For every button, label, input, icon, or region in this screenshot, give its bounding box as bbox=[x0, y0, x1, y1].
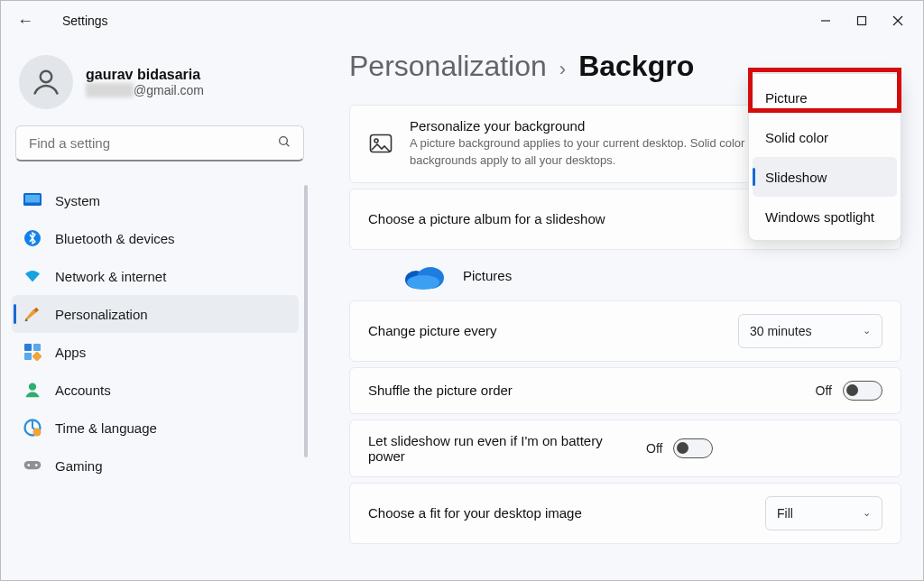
row-title: Shuffle the picture order bbox=[368, 383, 799, 398]
sidebar-item-label: Personalization bbox=[55, 307, 148, 322]
svg-point-5 bbox=[280, 137, 288, 145]
image-icon bbox=[368, 131, 393, 156]
row-title: Let slideshow run even if I'm on battery… bbox=[368, 433, 630, 464]
sidebar-item-gaming[interactable]: Gaming bbox=[12, 447, 299, 484]
sidebar-item-label: Accounts bbox=[55, 383, 111, 398]
sidebar-item-label: Gaming bbox=[55, 458, 103, 474]
dropdown-item-picture[interactable]: Picture bbox=[749, 78, 901, 117]
chevron-right-icon: › bbox=[559, 58, 566, 81]
profile-block[interactable]: gaurav bidasaria xxxxxxx@gmail.com bbox=[12, 51, 308, 125]
svg-point-25 bbox=[407, 275, 439, 290]
time-language-icon bbox=[23, 418, 42, 438]
svg-point-22 bbox=[374, 139, 378, 143]
svg-point-4 bbox=[41, 71, 52, 83]
breadcrumb-parent[interactable]: Personalization bbox=[349, 50, 547, 83]
breadcrumb-current: Backgro bbox=[578, 50, 694, 83]
avatar bbox=[19, 55, 73, 109]
svg-rect-13 bbox=[24, 353, 32, 360]
personalization-icon bbox=[23, 304, 42, 324]
sidebar-item-apps[interactable]: Apps bbox=[12, 333, 299, 371]
svg-rect-1 bbox=[858, 17, 866, 25]
svg-point-19 bbox=[27, 464, 30, 466]
search-icon bbox=[277, 134, 291, 152]
accounts-icon bbox=[23, 380, 42, 400]
sidebar-item-personalization[interactable]: Personalization bbox=[12, 295, 299, 333]
row-title: Choose a picture album for a slideshow bbox=[368, 211, 749, 226]
sidebar-item-label: Apps bbox=[55, 345, 86, 360]
svg-rect-12 bbox=[33, 344, 41, 351]
sidebar-item-time-language[interactable]: Time & language bbox=[12, 409, 299, 447]
album-name: Pictures bbox=[463, 268, 512, 283]
fit-select[interactable]: Fill ⌄ bbox=[765, 496, 882, 530]
onedrive-icon bbox=[403, 263, 445, 290]
shuffle-toggle[interactable] bbox=[843, 381, 882, 401]
dropdown-item-solid-color[interactable]: Solid color bbox=[749, 117, 901, 157]
sidebar-item-network[interactable]: Network & internet bbox=[12, 257, 299, 295]
fit-row: Choose a fit for your desktop image Fill… bbox=[349, 483, 901, 544]
profile-name: gaurav bidasaria bbox=[86, 67, 204, 83]
sidebar-item-system[interactable]: System bbox=[12, 181, 299, 219]
album-folder[interactable]: Pictures bbox=[349, 255, 901, 300]
chevron-down-icon: ⌄ bbox=[863, 325, 871, 337]
window-title: Settings bbox=[62, 14, 108, 28]
battery-row: Let slideshow run even if I'm on battery… bbox=[349, 420, 901, 477]
svg-line-6 bbox=[286, 143, 289, 146]
change-every-row: Change picture every 30 minutes ⌄ bbox=[349, 300, 901, 362]
row-title: Change picture every bbox=[368, 323, 722, 338]
dropdown-item-windows-spotlight[interactable]: Windows spotlight bbox=[749, 197, 901, 236]
row-title: Choose a fit for your desktop image bbox=[368, 505, 749, 521]
bluetooth-icon bbox=[23, 228, 42, 248]
search-field[interactable] bbox=[15, 125, 304, 161]
svg-point-15 bbox=[29, 383, 36, 391]
profile-email: xxxxxxx@gmail.com bbox=[86, 83, 204, 97]
svg-point-17 bbox=[33, 429, 42, 437]
svg-rect-11 bbox=[24, 344, 32, 351]
sidebar-item-label: Network & internet bbox=[55, 269, 166, 284]
battery-toggle[interactable] bbox=[673, 438, 713, 458]
close-button[interactable] bbox=[880, 6, 916, 35]
system-icon bbox=[23, 190, 42, 210]
sidebar-scrollbar[interactable] bbox=[304, 185, 308, 457]
svg-rect-14 bbox=[32, 351, 42, 361]
sidebar-item-label: Time & language bbox=[55, 420, 157, 436]
shuffle-row: Shuffle the picture order Off bbox=[349, 367, 901, 414]
toggle-state: Off bbox=[816, 383, 832, 398]
wifi-icon bbox=[23, 266, 42, 286]
toggle-state: Off bbox=[646, 441, 662, 456]
dropdown-item-slideshow[interactable]: Slideshow bbox=[753, 157, 897, 197]
maximize-button[interactable] bbox=[844, 6, 880, 35]
background-type-dropdown[interactable]: Picture Solid color Slideshow Windows sp… bbox=[748, 73, 901, 241]
svg-rect-8 bbox=[25, 195, 40, 203]
svg-point-20 bbox=[35, 464, 38, 466]
search-input[interactable] bbox=[15, 125, 304, 161]
sidebar-item-label: Bluetooth & devices bbox=[55, 231, 175, 246]
chevron-down-icon: ⌄ bbox=[863, 507, 871, 519]
svg-rect-18 bbox=[24, 461, 42, 469]
back-button[interactable]: ← bbox=[17, 12, 42, 31]
change-every-select[interactable]: 30 minutes ⌄ bbox=[738, 314, 882, 348]
gaming-icon bbox=[23, 456, 42, 475]
apps-icon bbox=[23, 342, 42, 362]
sidebar-item-accounts[interactable]: Accounts bbox=[12, 371, 299, 409]
sidebar-item-label: System bbox=[55, 193, 100, 208]
minimize-button[interactable] bbox=[808, 6, 844, 35]
sidebar-item-bluetooth[interactable]: Bluetooth & devices bbox=[12, 219, 299, 257]
